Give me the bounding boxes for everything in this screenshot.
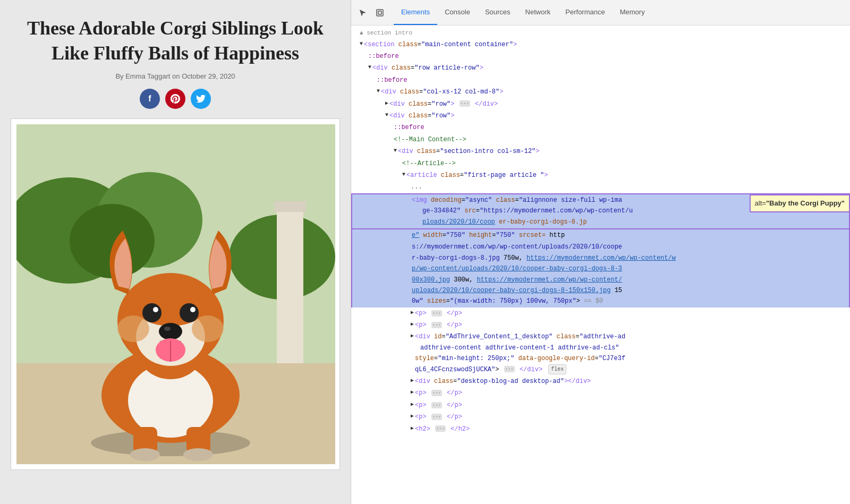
- twitter-button[interactable]: [191, 89, 211, 109]
- dom-div-row-article[interactable]: ▼ <div class="row article-row">: [351, 62, 850, 74]
- svg-point-14: [183, 448, 213, 461]
- article-image: [16, 124, 335, 464]
- svg-point-28: [192, 315, 224, 342]
- dom-p-4[interactable]: ▶ <p> ··· </p>: [351, 399, 850, 411]
- dom-p-3[interactable]: ▶ <p> ··· </p>: [351, 387, 850, 399]
- tab-elements[interactable]: Elements: [394, 0, 437, 25]
- svg-rect-30: [378, 11, 381, 14]
- dom-div-row-2[interactable]: ▼ <div class="row">: [351, 110, 850, 122]
- dom-tree-panel: ▲ section intro ▼ <section class="main-c…: [351, 25, 850, 504]
- facebook-button[interactable]: f: [140, 89, 160, 109]
- svg-point-22: [190, 307, 196, 312]
- tab-performance[interactable]: Performance: [558, 0, 612, 25]
- section-top-indicator[interactable]: ▲ section intro: [351, 28, 850, 39]
- inspect-icon[interactable]: [372, 5, 387, 20]
- tab-sources[interactable]: Sources: [478, 0, 518, 25]
- dom-img-line-2[interactable]: e" width="750" height="750" srcset= http: [351, 229, 850, 241]
- dom-div-section-intro[interactable]: ▼ <div class="section-intro col-sm-12">: [351, 146, 850, 157]
- dom-before-3[interactable]: ::before: [351, 122, 850, 133]
- svg-rect-5: [277, 204, 303, 363]
- dom-adthrive[interactable]: ▶ <div id="AdThrive_Content_1_desktop" c…: [351, 331, 850, 375]
- tab-console[interactable]: Console: [437, 0, 478, 25]
- svg-point-13: [130, 448, 160, 461]
- dom-div-row-1[interactable]: ▶ <div class="row"> ··· </div>: [351, 98, 850, 110]
- devtools-header: Elements Console Sources Network Perform…: [351, 0, 850, 25]
- dom-img-line[interactable]: <img decoding="async" class="alignnone s…: [351, 193, 850, 229]
- article-image-wrapper: [11, 118, 340, 470]
- corgi-illustration: [16, 124, 335, 464]
- tab-network[interactable]: Network: [518, 0, 558, 25]
- svg-point-21: [153, 307, 158, 312]
- svg-point-20: [180, 303, 199, 322]
- dom-desktop-ad[interactable]: ▶ <div class="desktop-blog-ad desktop-ad…: [351, 375, 850, 387]
- dom-section-main[interactable]: ▼ <section class="main-content container…: [351, 39, 850, 50]
- dom-p-1[interactable]: ▶ <p> ··· </p>: [351, 307, 850, 319]
- dom-div-col[interactable]: ▼ <div class="col-xs-12 col-md-8">: [351, 86, 850, 98]
- dom-img-srcset-1[interactable]: s://mymodernmet.com/wp/wp-content/upload…: [351, 241, 850, 307]
- svg-rect-6: [274, 201, 306, 212]
- dom-tree: ▲ section intro ▼ <section class="main-c…: [351, 25, 850, 437]
- cursor-icon[interactable]: [355, 5, 370, 20]
- dom-before-2[interactable]: ::before: [351, 74, 850, 86]
- devtools-icons: [355, 5, 387, 20]
- devtools-panel: Elements Console Sources Network Perform…: [351, 0, 850, 504]
- svg-rect-29: [377, 10, 383, 16]
- dom-comment-main[interactable]: <!--Main Content-->: [351, 134, 850, 146]
- dom-p-5[interactable]: ▶ <p> ··· </p>: [351, 411, 850, 423]
- alt-tooltip: alt="Baby the Corgi Puppy": [750, 194, 850, 212]
- webpage-preview: These Adorable Corgi Siblings Look Like …: [0, 0, 351, 504]
- svg-point-24: [164, 327, 171, 331]
- dom-before-1[interactable]: ::before: [351, 50, 850, 62]
- devtools-tabs: Elements Console Sources Network Perform…: [394, 0, 652, 25]
- article-byline: By Emma Taggart on October 29, 2020: [115, 72, 235, 80]
- svg-point-27: [117, 315, 149, 342]
- dom-comment-article[interactable]: <!--Article-->: [351, 158, 850, 169]
- dom-p-2[interactable]: ▶ <p> ··· </p>: [351, 319, 850, 331]
- dom-article[interactable]: ▼ <article class="first-page article ">: [351, 169, 850, 181]
- social-buttons: f: [140, 89, 211, 109]
- dom-h2[interactable]: ▶ <h2> ··· </h2>: [351, 423, 850, 435]
- svg-point-19: [142, 303, 162, 322]
- article-title: These Adorable Corgi Siblings Look Like …: [11, 16, 340, 66]
- tab-memory[interactable]: Memory: [613, 0, 652, 25]
- pinterest-button[interactable]: [165, 89, 185, 109]
- svg-point-23: [159, 323, 182, 340]
- dom-dots-expand[interactable]: ...: [351, 181, 850, 193]
